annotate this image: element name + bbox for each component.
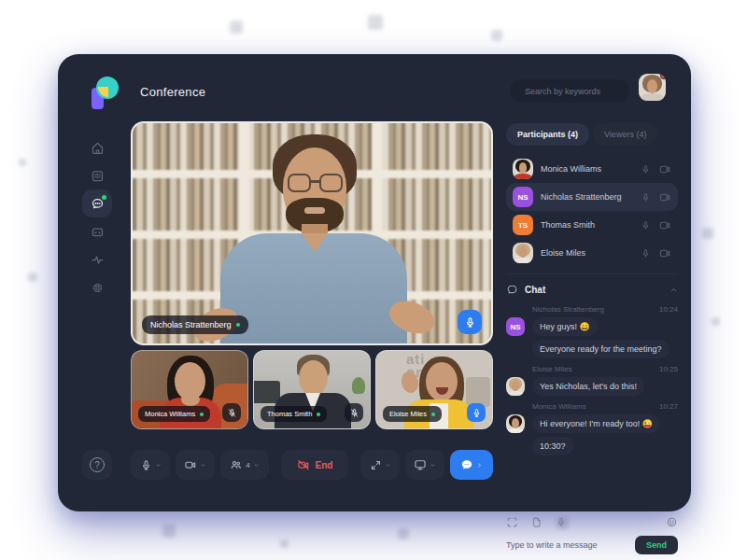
mic-icon[interactable] [641, 248, 651, 259]
home-icon [91, 141, 105, 155]
search-bar[interactable] [510, 79, 629, 103]
message-time: 10:25 [659, 365, 678, 373]
participant-name-badge: Thomas Smith [261, 406, 327, 422]
chat-header[interactable]: Chat [506, 280, 678, 299]
participant-row[interactable]: NS Nicholas Strattenberg [506, 183, 678, 211]
monitor [253, 381, 280, 403]
speaker-mouth [304, 207, 325, 214]
avatar-shoulders [508, 391, 523, 396]
sidebar-item-schedule[interactable] [82, 161, 112, 189]
mic-off-icon [227, 408, 237, 418]
camera-icon[interactable] [659, 164, 671, 175]
decor-square [368, 15, 383, 30]
display-icon [414, 458, 427, 471]
participants-button[interactable]: 4 [220, 450, 269, 480]
sidebar-item-conference[interactable] [82, 189, 112, 217]
participant-row[interactable]: Monica Williams [506, 155, 678, 183]
participant-row[interactable]: Eloise Miles [506, 239, 678, 267]
message-meta: Monica Williams 10:27 [532, 402, 678, 411]
send-button[interactable]: Send [635, 536, 678, 554]
avatar-face [512, 418, 519, 428]
message-author: Nicholas Strattenberg [532, 305, 604, 314]
people-icon [230, 458, 243, 471]
video-monica-williams[interactable]: Monica Williams [131, 350, 248, 429]
message-bubble: Hey guys! 😄 [532, 317, 598, 336]
chevron-down-icon[interactable] [385, 462, 391, 469]
chevron-down-icon[interactable] [253, 462, 260, 469]
page: Conference [0, 0, 747, 560]
message-bubble: Yes Nicholas, let's do this! [532, 377, 644, 396]
mic-icon[interactable] [641, 192, 651, 203]
emoji-icon[interactable] [666, 516, 678, 528]
tab-participants[interactable]: Participants (4) [506, 123, 589, 146]
video-stage: Nicholas Strattenberg [131, 121, 493, 429]
screen-share-button[interactable] [405, 450, 444, 480]
chevron-up-icon[interactable] [669, 286, 678, 294]
participant-name: Monica Williams [145, 410, 195, 418]
sidebar-nav [81, 133, 113, 301]
chevron-down-icon[interactable] [430, 462, 436, 469]
chat-icon [506, 284, 518, 296]
camera-icon[interactable] [659, 220, 671, 231]
video-eloise-miles[interactable]: ati on Eloise Miles [375, 350, 493, 429]
fullscreen-button[interactable] [360, 450, 400, 480]
expand-icon [370, 459, 382, 471]
camera-icon[interactable] [659, 248, 671, 259]
mic-icon[interactable] [641, 164, 651, 175]
message-input[interactable] [506, 540, 627, 550]
speaker-glasses-bridge [310, 180, 321, 183]
avatar-shoulders [508, 428, 523, 433]
chevron-down-icon[interactable] [155, 462, 162, 469]
capture-icon[interactable] [506, 516, 518, 528]
end-call-label: End [316, 460, 333, 470]
decor-square [712, 317, 720, 326]
sidebar-item-recordings[interactable] [82, 217, 112, 245]
chat-input-row: Send [506, 536, 678, 554]
speaker-mic-button[interactable] [458, 310, 482, 334]
mic-muted-button[interactable] [222, 403, 241, 422]
mic-icon[interactable] [641, 220, 651, 231]
mic-muted-button[interactable] [345, 403, 363, 422]
chat-messages[interactable]: Nicholas Strattenberg 10:24 NS Hey guys!… [506, 299, 678, 509]
sidebar-item-home[interactable] [82, 133, 112, 161]
video-thomas-smith[interactable]: Thomas Smith [253, 350, 371, 429]
participant-name: Thomas Smith [541, 220, 633, 230]
chevron-right-icon[interactable] [476, 462, 483, 469]
decor-square [19, 159, 26, 166]
user-avatar[interactable] [639, 74, 666, 101]
end-call-button[interactable]: End [281, 450, 348, 480]
avatar [506, 377, 525, 396]
avatar-shoulders [641, 93, 663, 101]
participant-row[interactable]: TS Thomas Smith [506, 211, 678, 239]
avatar-initials: NS [513, 187, 533, 207]
tab-viewers[interactable]: Viewers (4) [593, 123, 657, 146]
avatar-initials: TS [513, 215, 533, 235]
message-row: NS Hey guys! 😄 [506, 317, 678, 336]
person-hands [181, 393, 200, 406]
camera-icon[interactable] [659, 192, 671, 203]
participant-name: Thomas Smith [267, 410, 312, 418]
search-input[interactable] [525, 87, 634, 96]
sidebar-item-activity[interactable] [82, 245, 112, 273]
participant-name: Eloise Miles [541, 248, 633, 258]
message-row: Everyone ready for the meeting? [532, 340, 678, 358]
person-face [299, 360, 328, 396]
chevron-down-icon[interactable] [200, 462, 206, 469]
message-author: Monica Williams [532, 402, 586, 411]
decor-square [398, 528, 409, 539]
decor-square [702, 228, 713, 239]
sidebar-item-settings[interactable] [82, 273, 112, 301]
microphone-button[interactable] [131, 450, 170, 480]
chat-toggle-button[interactable] [450, 450, 493, 480]
app-logo[interactable] [90, 77, 120, 110]
voice-message-icon[interactable] [556, 516, 567, 528]
chat-bubble-icon [460, 458, 473, 471]
main-video-speaker[interactable]: Nicholas Strattenberg [131, 121, 493, 345]
camera-icon [184, 458, 197, 471]
help-button[interactable]: ? [82, 450, 112, 480]
decor-square [162, 525, 176, 538]
camera-button[interactable] [176, 450, 215, 480]
mic-on-button[interactable] [467, 403, 486, 422]
file-attach-icon[interactable] [531, 516, 543, 528]
activity-icon [91, 253, 105, 267]
